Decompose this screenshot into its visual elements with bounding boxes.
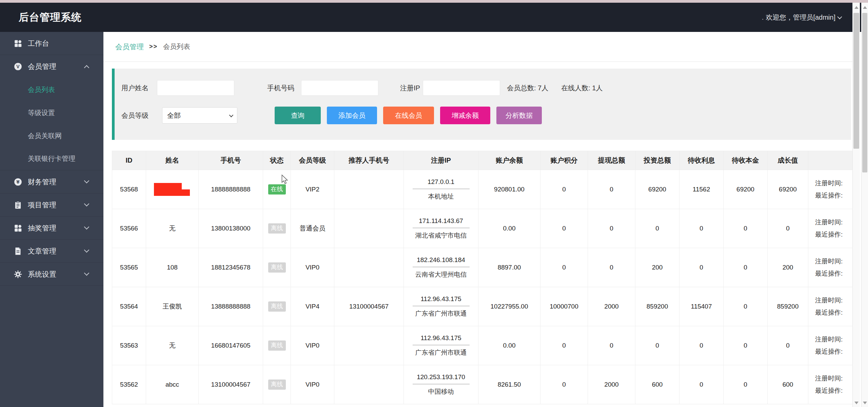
- cell-phone: 16680147605: [199, 326, 263, 365]
- cell-level: VIP0: [291, 248, 334, 287]
- cell-status: 离线: [263, 248, 291, 287]
- cell-interest: 11562: [679, 170, 724, 209]
- col-balance: 账户余额: [478, 151, 540, 170]
- breadcrumb-parent-link[interactable]: 会员管理: [115, 42, 144, 52]
- sidebar-subitem-会员关联网[interactable]: 会员关联网: [0, 124, 103, 147]
- cell-phone: 18812345678: [199, 248, 263, 287]
- col-name: 姓名: [146, 151, 199, 170]
- register-ip-input[interactable]: [423, 80, 500, 96]
- cell-id: 53562: [112, 365, 146, 404]
- sidebar-item-会员管理[interactable]: V会员管理: [0, 55, 103, 78]
- cell-name: 王俊凯: [146, 287, 199, 326]
- cell-referrer: [334, 365, 404, 404]
- adjust-balance-button[interactable]: 增减余额: [440, 107, 490, 124]
- sidebar-subitem-关联银行卡管理[interactable]: 关联银行卡管理: [0, 147, 103, 170]
- status-badge: 离线: [268, 262, 286, 273]
- sidebar-item-文章管理[interactable]: 文章管理: [0, 240, 103, 263]
- cell-interest: 115407: [679, 287, 724, 326]
- register-ip-label: 注册IP: [400, 84, 420, 93]
- cell-principal: 69200: [724, 170, 768, 209]
- status-badge: 离线: [268, 223, 286, 234]
- online-count: 在线人数: 1人: [561, 84, 603, 93]
- cell-ip: 127.0.0.1本机地址: [404, 170, 478, 209]
- cell-referrer: [334, 326, 404, 365]
- sidebar-item-项目管理[interactable]: 项目管理: [0, 193, 103, 217]
- add-member-button[interactable]: 添加会员: [327, 107, 377, 124]
- lottery-icon: [14, 224, 22, 233]
- cell-invest: 0: [635, 326, 679, 365]
- phone-input[interactable]: [301, 80, 378, 96]
- cell-name: abcc: [146, 365, 199, 404]
- ip-location: 广东省广州市联通: [404, 348, 478, 357]
- analyze-data-button[interactable]: 分析数据: [496, 107, 542, 124]
- cell-op: 注册时间:最近操作:: [808, 170, 853, 209]
- cell-points: 0: [540, 365, 588, 404]
- inner-scrollbar-thumb[interactable]: [853, 13, 859, 149]
- outer-scrollbar[interactable]: [861, 3, 868, 407]
- outer-scrollbar-thumb[interactable]: [862, 13, 867, 172]
- col-id: ID: [112, 151, 146, 170]
- scroll-down-icon[interactable]: [854, 402, 859, 404]
- sidebar-item-系统设置[interactable]: 系统设置: [0, 263, 103, 286]
- sidebar-item-财务管理[interactable]: ¥财务管理: [0, 170, 103, 193]
- cell-name: 无: [146, 326, 199, 365]
- filter-row-2: 会员等级 全部 查询添加会员在线会员增减余额分析数据: [115, 107, 851, 124]
- cell-ip: 112.96.43.175广东省广州市联通: [404, 287, 478, 326]
- chevron-up-icon: [84, 65, 90, 70]
- redacted-name-block: [154, 183, 191, 196]
- member-level-select[interactable]: 全部: [162, 107, 237, 124]
- scroll-up-icon[interactable]: [854, 6, 859, 9]
- query-button[interactable]: 查询: [275, 107, 321, 124]
- sidebar-subitem-等级设置[interactable]: 等级设置: [0, 101, 103, 124]
- online-members-button[interactable]: 在线会员: [383, 107, 434, 124]
- app-title: 后台管理系统: [19, 11, 82, 24]
- username-input[interactable]: [157, 80, 234, 96]
- cell-level: VIP0: [291, 326, 334, 365]
- cell-level: VIP0: [291, 365, 334, 404]
- register-ip-value: 182.246.108.184: [413, 256, 470, 267]
- register-ip-value: 171.114.143.67: [413, 217, 470, 228]
- ip-location: 本机地址: [404, 192, 478, 201]
- col-points: 账户积分: [540, 151, 588, 170]
- cell-principal: 0: [724, 365, 768, 404]
- col-principal: 待收本金: [724, 151, 768, 170]
- chevron-down-icon: [84, 201, 90, 207]
- col-growth: 成长值: [768, 151, 808, 170]
- table-row: 53563无16680147605离线VIP0112.96.43.175广东省广…: [112, 326, 853, 365]
- cell-status: 离线: [263, 287, 291, 326]
- user-menu[interactable]: . 欢迎您，管理员[admin]: [762, 13, 841, 22]
- chevron-down-icon: [84, 178, 90, 184]
- cell-growth: 859200: [768, 287, 808, 326]
- cell-withdraw: 2000: [588, 365, 635, 404]
- sidebar-item-抽奖管理[interactable]: 抽奖管理: [0, 217, 103, 240]
- inner-scrollbar[interactable]: [852, 3, 860, 407]
- col-invest: 投资总额: [635, 151, 679, 170]
- cell-points: 0: [540, 209, 588, 248]
- username-label: 用户姓名: [121, 84, 149, 93]
- cell-interest: 0: [679, 248, 724, 287]
- cell-invest: 69200: [635, 170, 679, 209]
- member-table: ID姓名手机号状态会员等级推荐人手机号注册IP账户余额账户积分提现总额投资总额待…: [112, 151, 853, 404]
- sidebar: 工作台V会员管理会员列表等级设置会员关联网关联银行卡管理¥财务管理项目管理抽奖管…: [0, 32, 103, 407]
- sidebar-item-工作台[interactable]: 工作台: [0, 32, 103, 55]
- col-withdraw: 提现总额: [588, 151, 635, 170]
- ip-location: 湖北省咸宁市电信: [404, 231, 478, 240]
- project-icon: [14, 201, 22, 209]
- cell-invest: 859200: [635, 287, 679, 326]
- table-row: 53562abcc13100004567离线VIP0120.253.193.17…: [112, 365, 853, 404]
- col-phone: 手机号: [199, 151, 263, 170]
- scroll-up-icon[interactable]: [863, 6, 867, 9]
- cell-ip: 112.96.43.175广东省广州市联通: [404, 326, 478, 365]
- cell-phone: 13100004567: [199, 365, 263, 404]
- sidebar-subitem-会员列表[interactable]: 会员列表: [0, 78, 103, 101]
- cell-id: 53563: [112, 326, 146, 365]
- col-ip: 注册IP: [404, 151, 478, 170]
- col-status: 状态: [263, 151, 291, 170]
- cell-id: 53566: [112, 209, 146, 248]
- cell-id: 53564: [112, 287, 146, 326]
- cell-points: 10000700: [540, 287, 588, 326]
- cell-growth: 0: [768, 326, 808, 365]
- member-table-wrap: ID姓名手机号状态会员等级推荐人手机号注册IP账户余额账户积分提现总额投资总额待…: [112, 151, 853, 404]
- welcome-prefix: .: [762, 14, 764, 21]
- scroll-down-icon[interactable]: [863, 402, 867, 404]
